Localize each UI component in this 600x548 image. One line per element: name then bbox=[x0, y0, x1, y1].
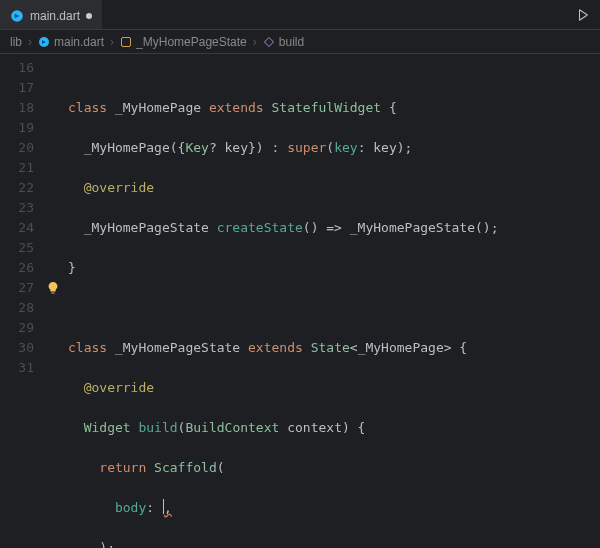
breadcrumb-bar: lib › main.dart › _MyHomePageState › bui… bbox=[0, 30, 600, 54]
code-line[interactable]: class _MyHomePage extends StatefulWidget… bbox=[68, 98, 600, 118]
code-content[interactable]: class _MyHomePage extends StatefulWidget… bbox=[64, 54, 600, 548]
breadcrumb-item-folder[interactable]: lib bbox=[10, 35, 22, 49]
dirty-indicator-icon bbox=[86, 13, 92, 19]
line-number: 24 bbox=[0, 218, 34, 238]
line-number: 18 bbox=[0, 98, 34, 118]
line-number: 23 bbox=[0, 198, 34, 218]
dart-file-icon bbox=[10, 9, 24, 23]
code-line[interactable]: class _MyHomePageState extends State<_My… bbox=[68, 338, 600, 358]
line-number: 26 bbox=[0, 258, 34, 278]
run-button[interactable] bbox=[566, 0, 600, 29]
lightbulb-icon[interactable] bbox=[46, 281, 60, 295]
line-number: 19 bbox=[0, 118, 34, 138]
dart-file-icon bbox=[38, 36, 50, 48]
chevron-right-icon: › bbox=[110, 35, 114, 49]
class-icon bbox=[120, 36, 132, 48]
svg-rect-2 bbox=[122, 37, 131, 46]
chevron-right-icon: › bbox=[253, 35, 257, 49]
code-line[interactable]: } bbox=[68, 258, 600, 278]
line-number: 21 bbox=[0, 158, 34, 178]
code-line[interactable]: @override bbox=[68, 378, 600, 398]
breadcrumb-item-class[interactable]: _MyHomePageState bbox=[120, 35, 247, 49]
svg-rect-3 bbox=[51, 292, 55, 293]
code-line[interactable]: _MyHomePageState createState() => _MyHom… bbox=[68, 218, 600, 238]
code-line[interactable]: body: , bbox=[68, 498, 600, 518]
line-number: 22 bbox=[0, 178, 34, 198]
play-icon bbox=[576, 8, 590, 22]
tab-bar: main.dart bbox=[0, 0, 600, 30]
line-number: 29 bbox=[0, 318, 34, 338]
line-number: 25 bbox=[0, 238, 34, 258]
line-number: 30 bbox=[0, 338, 34, 358]
code-line[interactable] bbox=[68, 58, 600, 78]
line-number: 16 bbox=[0, 58, 34, 78]
breadcrumb-item-file[interactable]: main.dart bbox=[38, 35, 104, 49]
glyph-margin bbox=[44, 54, 64, 548]
file-tab[interactable]: main.dart bbox=[0, 0, 102, 29]
code-line[interactable]: _MyHomePage({Key? key}) : super(key: key… bbox=[68, 138, 600, 158]
code-line[interactable]: Widget build(BuildContext context) { bbox=[68, 418, 600, 438]
line-number: 27 bbox=[0, 278, 34, 298]
line-number: 31 bbox=[0, 358, 34, 378]
code-line[interactable] bbox=[68, 298, 600, 318]
method-icon bbox=[263, 36, 275, 48]
line-number: 20 bbox=[0, 138, 34, 158]
code-line[interactable]: ); bbox=[68, 538, 600, 548]
breadcrumb-item-method[interactable]: build bbox=[263, 35, 304, 49]
code-line[interactable]: return Scaffold( bbox=[68, 458, 600, 478]
tab-filename: main.dart bbox=[30, 9, 80, 23]
line-number: 28 bbox=[0, 298, 34, 318]
code-editor[interactable]: 16171819202122232425262728293031 class _… bbox=[0, 54, 600, 548]
tabbar-spacer bbox=[102, 0, 566, 29]
chevron-right-icon: › bbox=[28, 35, 32, 49]
line-number-gutter: 16171819202122232425262728293031 bbox=[0, 54, 44, 548]
line-number: 17 bbox=[0, 78, 34, 98]
code-line[interactable]: @override bbox=[68, 178, 600, 198]
